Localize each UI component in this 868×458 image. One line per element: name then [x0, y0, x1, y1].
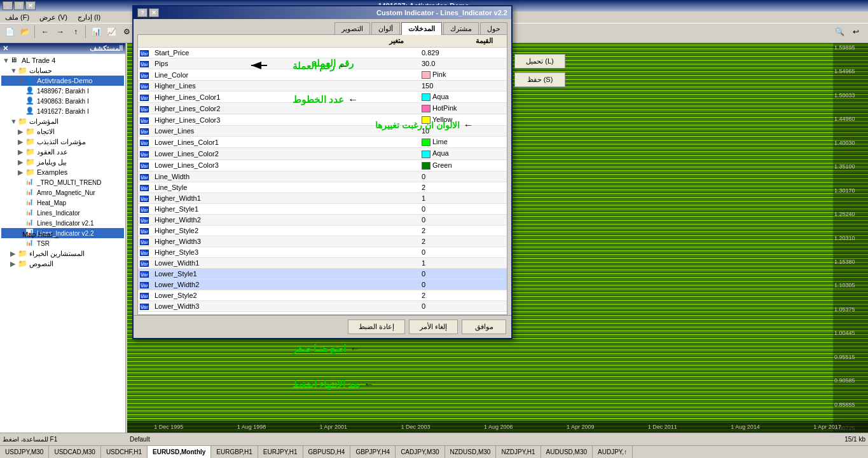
table-row[interactable]: Var Higher_Lines_Color3 Yellow: [138, 114, 507, 126]
tree-lines-v22[interactable]: 📊 Lines_Indicator v2.2: [1, 228, 124, 238]
tab-chart-nzdjpy[interactable]: NZDJPY,H1: [496, 446, 541, 458]
tree-scripts[interactable]: ▶ 📁 النصوص: [1, 259, 124, 269]
price-label: 1.44960: [834, 116, 867, 122]
table-row[interactable]: Var Higher_Style1 0: [138, 203, 507, 214]
reset-btn[interactable]: إعادة الضبط: [348, 320, 405, 334]
app-titlebar-buttons[interactable]: _ □ ✕: [3, 1, 36, 10]
tab-chart-gbpjpy[interactable]: GBPJPY,H4: [350, 446, 396, 458]
ok-btn[interactable]: موافق: [462, 320, 506, 334]
table-row[interactable]: Var Lower_Lines_Color3 Green: [138, 159, 507, 171]
row-name: Lower_Width1: [151, 257, 418, 268]
tab-chart-cadjpy[interactable]: CADJPY,M30: [396, 446, 444, 458]
tree-tsr[interactable]: 📊 TSR: [1, 238, 124, 248]
save-btn[interactable]: حفظ (S): [514, 72, 565, 87]
toolbar-refresh[interactable]: ↩: [849, 25, 863, 39]
tab-inputs[interactable]: المدخلات: [401, 22, 442, 35]
toolbar-back[interactable]: ←: [38, 25, 52, 39]
table-row[interactable]: Var Start_Price 0.829: [138, 48, 507, 58]
tab-colors[interactable]: ألوان: [371, 22, 400, 35]
tree-examples[interactable]: ▶ 📁 Examples: [1, 167, 124, 177]
tab-chart-audusd[interactable]: AUDUSD,M30: [541, 446, 593, 458]
cancel-btn[interactable]: إلغاء الأمر: [409, 320, 458, 334]
table-row[interactable]: Var Higher_Lines 150: [138, 81, 507, 91]
tree-indicators[interactable]: ▼ 📁 المؤشرات: [1, 116, 124, 126]
tab-common[interactable]: مشترك: [443, 22, 479, 35]
row-value: Green: [418, 159, 507, 171]
dialog-close-btn[interactable]: ✕: [149, 8, 159, 17]
table-row[interactable]: Var Lower_Width1 1: [138, 257, 507, 268]
row-name: Higher_Width2: [151, 214, 418, 225]
app-maximize-btn[interactable]: □: [14, 1, 24, 10]
table-row[interactable]: Var Line_Color Pink: [138, 69, 507, 81]
tree-williams[interactable]: ▶ 📁 بيل ويليامز: [1, 157, 124, 167]
tree-label: Lines_Indicator: [37, 210, 80, 217]
tree-account3[interactable]: 👤 1491627: Barakh I: [1, 106, 124, 116]
table-row[interactable]: Var Lower_Style2 2: [138, 290, 507, 300]
row-icon: Var: [138, 257, 151, 268]
table-scroll[interactable]: Var Start_Price 0.829 Var Pips 30.0 Var …: [138, 48, 507, 314]
tree-account1[interactable]: 👤 1488967: Barakh I: [1, 86, 124, 96]
table-row[interactable]: Var Lower_Width2 0: [138, 279, 507, 290]
menu-insert[interactable]: إدارج (I): [74, 13, 104, 22]
table-row[interactable]: Var Line_Style 2: [138, 182, 507, 192]
table-row[interactable]: Var Lower_Style1 0: [138, 268, 507, 279]
tab-chart-eurusd[interactable]: EURUSD,Monthly: [148, 446, 211, 458]
menu-file[interactable]: ملف (F): [1, 13, 33, 22]
tree-lines-v21[interactable]: 📊 Lines_Indicator v2.1: [1, 218, 124, 228]
toolbar-indicator[interactable]: 📈: [104, 25, 118, 39]
table-row[interactable]: Var Higher_Width3 2: [138, 236, 507, 246]
table-row[interactable]: Var Lower_Lines 10: [138, 126, 507, 137]
menu-view[interactable]: عرض (V): [36, 13, 71, 22]
tab-chart-gbpusd[interactable]: GBPUSD,H4: [303, 446, 351, 458]
table-row[interactable]: Var Line_Width 0: [138, 171, 507, 182]
left-panel-close[interactable]: ✕: [3, 44, 8, 53]
tree-oscillators[interactable]: ▶ 📁 مؤشرات التذبذب: [1, 137, 124, 147]
table-row[interactable]: Var Pips 30.0: [138, 58, 507, 69]
toolbar-up[interactable]: ↑: [69, 25, 83, 39]
load-btn[interactable]: تحميل (L): [514, 54, 565, 69]
table-row[interactable]: Var Higher_Style3 0: [138, 246, 507, 257]
dialog-help-btn[interactable]: ?: [137, 8, 148, 17]
time-label: 1 Apr 2001: [320, 424, 348, 430]
table-row[interactable]: Var Lower_Lines_Color2 Aqua: [138, 148, 507, 159]
table-row[interactable]: Var Higher_Lines_Color1 Aqua: [138, 91, 507, 103]
toolbar-search[interactable]: 🔍: [832, 25, 846, 39]
tree-amro[interactable]: 📊 Amro_Magnetic_Nur: [1, 187, 124, 198]
row-icon: Var: [138, 182, 151, 192]
tree-experts[interactable]: ▶ 📁 المستشارين الخبراء: [1, 248, 124, 259]
tab-chart-nzdusd[interactable]: NZDUSD,M30: [445, 446, 497, 458]
tab-chart-eurgbp[interactable]: EURGBP,H1: [211, 446, 258, 458]
table-row[interactable]: Var Lower_Width3 0: [138, 300, 507, 311]
tab-chart-usdchf[interactable]: USDCHF,H1: [101, 446, 148, 458]
toolbar-fwd[interactable]: →: [53, 25, 67, 39]
tree-al-trade[interactable]: ▼ 🖥 AL Trade 4: [1, 55, 124, 65]
toolbar-new[interactable]: 📄: [3, 25, 17, 39]
tree-heat-map[interactable]: 📊 Heat_Map: [1, 198, 124, 208]
tree-account2[interactable]: 👤 1490863: Barakh I: [1, 96, 124, 106]
tree-tro[interactable]: 📊 _TRO_MULTI_TREND: [1, 177, 124, 187]
app-minimize-btn[interactable]: _: [3, 1, 13, 10]
tree-lines[interactable]: 📊 Lines_Indicator: [1, 208, 124, 218]
tree-activtrades[interactable]: ▼ 👤 Activtrades-Demo: [1, 76, 124, 86]
tab-chart-eurjpy[interactable]: EURJPY,H1: [258, 446, 303, 458]
tab-about[interactable]: حول: [480, 22, 507, 35]
tab-chart-usdjpy[interactable]: USDJPY,M30: [0, 446, 49, 458]
app-close-btn[interactable]: ✕: [25, 1, 36, 10]
table-row[interactable]: Var Higher_Width1 1: [138, 192, 507, 203]
tab-bar: حول مشترك المدخلات ألوان التصوير: [134, 19, 511, 34]
table-row[interactable]: Var Higher_Width2 0: [138, 214, 507, 225]
tab-chart-audjpy[interactable]: AUDJPY,↑: [593, 446, 633, 458]
toolbar-chart[interactable]: 📊: [89, 25, 103, 39]
row-name: Higher_Style2: [151, 225, 418, 236]
toolbar-open[interactable]: 📂: [18, 25, 32, 39]
tab-chart-usdcad[interactable]: USDCAD,M30: [49, 446, 100, 458]
tree-accounts[interactable]: ▼ 📁 حسابات: [1, 65, 124, 76]
header-name: متغير: [152, 35, 408, 47]
tree-direction[interactable]: ▶ 📁 الاتجاه: [1, 126, 124, 137]
toolbar-settings[interactable]: ⚙: [120, 25, 134, 39]
table-row[interactable]: Var Higher_Lines_Color2 HotPink: [138, 103, 507, 114]
table-row[interactable]: Var Higher_Style2 2: [138, 225, 507, 236]
tree-contracts[interactable]: ▶ 📁 عدد العقود: [1, 147, 124, 157]
tab-visualization[interactable]: التصوير: [334, 22, 370, 35]
table-row[interactable]: Var Lower_Lines_Color1 Lime: [138, 137, 507, 148]
